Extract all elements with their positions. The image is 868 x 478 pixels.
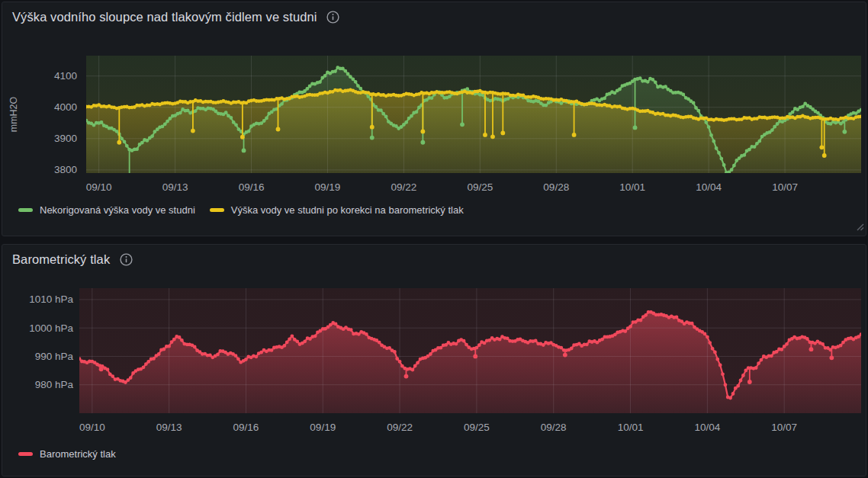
svg-text:09/19: 09/19 bbox=[310, 422, 336, 433]
panel-title[interactable]: Výška vodního sloupce nad tlakovým čidle… bbox=[12, 10, 317, 24]
panel-header: Barometrický tlak bbox=[12, 252, 133, 267]
svg-text:09/22: 09/22 bbox=[387, 422, 413, 433]
y-axis-title: mmH2O bbox=[8, 96, 19, 132]
svg-text:10/07: 10/07 bbox=[772, 181, 798, 193]
svg-text:09/13: 09/13 bbox=[162, 181, 188, 193]
svg-text:10/01: 10/01 bbox=[619, 181, 645, 193]
svg-text:1000 hPa: 1000 hPa bbox=[29, 322, 73, 334]
svg-text:09/16: 09/16 bbox=[239, 181, 265, 193]
svg-text:09/19: 09/19 bbox=[315, 181, 341, 193]
panel-water-column-height: Výška vodního sloupce nad tlakovým čidle… bbox=[2, 2, 866, 236]
panel-barometric-pressure: Barometrický tlak 980 hPa990 hPa1000 hPa… bbox=[2, 244, 866, 476]
panel-title[interactable]: Barometrický tlak bbox=[12, 252, 110, 267]
svg-text:09/25: 09/25 bbox=[467, 181, 493, 193]
svg-text:10/01: 10/01 bbox=[618, 422, 644, 433]
legend-label: Barometrický tlak bbox=[40, 448, 116, 460]
svg-text:09/25: 09/25 bbox=[464, 422, 490, 433]
svg-text:3800: 3800 bbox=[54, 164, 77, 175]
barometric-pressure-chart: 980 hPa990 hPa1000 hPa1010 hPa09/1009/13… bbox=[2, 245, 867, 477]
svg-text:3900: 3900 bbox=[54, 133, 77, 144]
water-height-chart: 380039004000410009/1009/1309/1609/1909/2… bbox=[2, 2, 867, 237]
svg-text:990 hPa: 990 hPa bbox=[35, 351, 74, 362]
legend-item-corrected-height[interactable]: Výška vody ve studni po korekci na barom… bbox=[210, 204, 464, 216]
legend-label: Nekorigovaná výška vody ve studni bbox=[40, 204, 195, 216]
svg-text:10/04: 10/04 bbox=[696, 181, 722, 193]
svg-text:09/10: 09/10 bbox=[79, 422, 105, 433]
svg-text:09/10: 09/10 bbox=[86, 181, 112, 193]
legend: Barometrický tlak bbox=[18, 448, 116, 460]
svg-text:980 hPa: 980 hPa bbox=[35, 379, 74, 390]
svg-text:1010 hPa: 1010 hPa bbox=[29, 294, 73, 305]
info-icon[interactable] bbox=[326, 11, 339, 24]
panel-header: Výška vodního sloupce nad tlakovým čidle… bbox=[12, 10, 339, 24]
svg-text:4000: 4000 bbox=[54, 101, 77, 113]
legend: Nekorigovaná výška vody ve studni Výška … bbox=[18, 204, 464, 216]
resize-handle-icon[interactable] bbox=[855, 220, 864, 234]
svg-text:09/16: 09/16 bbox=[233, 422, 259, 433]
svg-text:4100: 4100 bbox=[54, 70, 77, 82]
svg-text:09/22: 09/22 bbox=[391, 181, 416, 193]
legend-color-swatch bbox=[210, 208, 224, 212]
svg-text:09/28: 09/28 bbox=[543, 181, 569, 193]
info-icon[interactable] bbox=[120, 253, 133, 266]
legend-color-swatch bbox=[18, 208, 33, 212]
svg-text:10/04: 10/04 bbox=[694, 422, 720, 433]
svg-text:09/28: 09/28 bbox=[541, 422, 567, 433]
svg-text:10/07: 10/07 bbox=[771, 422, 797, 433]
legend-color-swatch bbox=[18, 452, 33, 456]
legend-label: Výška vody ve studni po korekci na barom… bbox=[231, 204, 464, 216]
svg-text:09/13: 09/13 bbox=[156, 422, 182, 433]
legend-item-barometric-pressure[interactable]: Barometrický tlak bbox=[18, 448, 116, 460]
legend-item-uncorrected-height[interactable]: Nekorigovaná výška vody ve studni bbox=[18, 204, 195, 216]
